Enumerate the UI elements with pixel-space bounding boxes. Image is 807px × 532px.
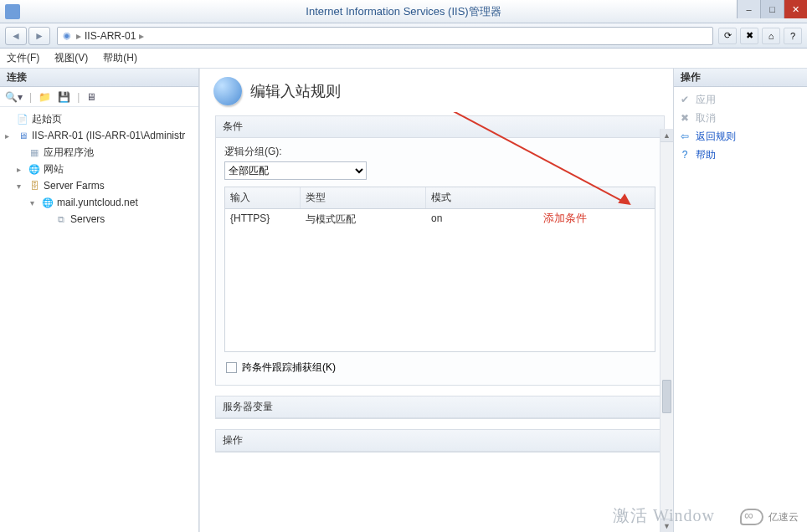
connections-panel: 连接 🔍▾ | 📁 💾 | 🖥 📄起始页 ▸🖥IIS-ARR-01 (IIS-A… bbox=[0, 69, 199, 532]
grid-row[interactable]: {HTTPS} 与模式匹配 on bbox=[225, 209, 655, 230]
brand-watermark: 亿速云 bbox=[740, 509, 799, 525]
track-capture-row[interactable]: 跨条件跟踪捕获组(K) bbox=[224, 352, 655, 378]
save-icon[interactable]: 💾 bbox=[58, 91, 70, 103]
grid-header: 输入 类型 模式 bbox=[225, 187, 655, 209]
scroll-thumb[interactable] bbox=[662, 380, 671, 413]
actions-header: 操作 bbox=[674, 69, 807, 87]
menu-help[interactable]: 帮助(H) bbox=[103, 51, 137, 65]
nav-back-button[interactable]: ◄ bbox=[5, 27, 27, 45]
back-icon: ⇦ bbox=[679, 130, 691, 142]
col-type: 类型 bbox=[301, 187, 426, 208]
menu-bar: 文件(F) 视图(V) 帮助(H) bbox=[0, 49, 807, 69]
tree-servers[interactable]: ⧉Servers bbox=[5, 211, 193, 228]
tree-app-pools[interactable]: ▦应用程序池 bbox=[5, 144, 193, 161]
nav-bar: ◄ ► ◉ ▸ IIS-ARR-01 ▸ ⟳ ✖ ⌂ ? bbox=[0, 23, 807, 49]
action-help[interactable]: ?帮助 bbox=[679, 146, 802, 164]
action-group-header: 操作 bbox=[216, 430, 664, 452]
logic-grouping-label: 逻辑分组(G): bbox=[224, 145, 655, 159]
tree-server-farms[interactable]: ▾🗄Server Farms bbox=[5, 177, 193, 194]
track-capture-checkbox[interactable] bbox=[226, 362, 237, 373]
actions-panel: 操作 ✔应用 ✖取消 ⇦返回规则 ?帮助 bbox=[673, 69, 807, 532]
rule-icon bbox=[213, 77, 242, 105]
action-cancel: ✖取消 bbox=[679, 109, 802, 127]
page-header: 编辑入站规则 bbox=[200, 69, 673, 112]
page-title: 编辑入站规则 bbox=[250, 81, 341, 101]
menu-file[interactable]: 文件(F) bbox=[7, 51, 39, 65]
content-area: 条件 逻辑分组(G): 全部匹配 输入 类型 模式 bbox=[200, 112, 673, 532]
action-group: 操作 bbox=[215, 429, 665, 453]
scroll-up-button[interactable]: ▲ bbox=[661, 129, 673, 142]
logic-grouping-select[interactable]: 全部匹配 bbox=[224, 161, 367, 180]
server-vars-group: 服务器变量 bbox=[215, 396, 665, 419]
cell-pattern: on bbox=[426, 209, 655, 230]
brand-text: 亿速云 bbox=[768, 510, 799, 524]
minimize-button[interactable]: – bbox=[737, 0, 760, 18]
main-panel: 编辑入站规则 条件 逻辑分组(G): 全部匹配 输入 类型 bbox=[199, 69, 673, 532]
cancel-icon: ✖ bbox=[679, 112, 691, 124]
connections-tree: 📄起始页 ▸🖥IIS-ARR-01 (IIS-ARR-01\Administr … bbox=[0, 107, 198, 231]
close-button[interactable]: ✕ bbox=[784, 0, 807, 18]
breadcrumb[interactable]: ◉ ▸ IIS-ARR-01 ▸ bbox=[57, 27, 713, 45]
nav-refresh-icon[interactable]: ⟳ bbox=[718, 28, 737, 44]
tree-sites[interactable]: ▸🌐网站 bbox=[5, 161, 193, 177]
nav-stop-icon[interactable]: ✖ bbox=[740, 28, 758, 44]
activation-watermark: 激活 Window bbox=[613, 504, 715, 527]
col-input: 输入 bbox=[225, 187, 301, 208]
conditions-group-header: 条件 bbox=[216, 116, 664, 138]
window-controls: – □ ✕ bbox=[737, 0, 807, 18]
track-capture-label: 跨条件跟踪捕获组(K) bbox=[242, 361, 336, 375]
nav-home-icon[interactable]: ⌂ bbox=[762, 28, 780, 44]
help-icon: ? bbox=[679, 149, 691, 161]
action-apply: ✔应用 bbox=[679, 90, 802, 109]
tree-start-page[interactable]: 📄起始页 bbox=[5, 110, 193, 127]
connections-header: 连接 bbox=[0, 69, 198, 87]
conditions-grid[interactable]: 输入 类型 模式 {HTTPS} 与模式匹配 on bbox=[224, 187, 655, 352]
window-title: Internet Information Services (IIS)管理器 bbox=[0, 4, 807, 19]
nav-forward-button[interactable]: ► bbox=[28, 27, 50, 45]
menu-view[interactable]: 视图(V) bbox=[54, 51, 88, 65]
maximize-button[interactable]: □ bbox=[760, 0, 784, 18]
server-vars-header: 服务器变量 bbox=[216, 396, 664, 418]
vertical-scrollbar[interactable]: ▲ ▼ bbox=[660, 129, 673, 532]
tree-farm-domain[interactable]: ▾🌐mail.yuntcloud.net bbox=[5, 194, 193, 211]
server-icon[interactable]: 🖥 bbox=[86, 91, 96, 103]
tree-server[interactable]: ▸🖥IIS-ARR-01 (IIS-ARR-01\Administr bbox=[5, 127, 193, 144]
cell-input: {HTTPS} bbox=[225, 209, 301, 230]
breadcrumb-root-icon: ◉ bbox=[61, 30, 73, 42]
brand-logo-icon bbox=[740, 509, 763, 525]
conditions-group: 条件 逻辑分组(G): 全部匹配 输入 类型 模式 bbox=[215, 115, 665, 386]
nav-help-icon[interactable]: ? bbox=[784, 28, 802, 44]
apply-icon: ✔ bbox=[679, 94, 691, 105]
cell-type: 与模式匹配 bbox=[301, 209, 426, 230]
connections-toolbar: 🔍▾ | 📁 💾 | 🖥 bbox=[0, 87, 198, 107]
annotation-add-condition: 添加条件 bbox=[543, 211, 587, 226]
action-back-to-rules[interactable]: ⇦返回规则 bbox=[679, 127, 802, 146]
titlebar: Internet Information Services (IIS)管理器 –… bbox=[0, 0, 807, 23]
folder-icon[interactable]: 📁 bbox=[39, 91, 51, 103]
breadcrumb-host: IIS-ARR-01 bbox=[85, 30, 136, 42]
connect-icon[interactable]: 🔍▾ bbox=[5, 91, 23, 103]
